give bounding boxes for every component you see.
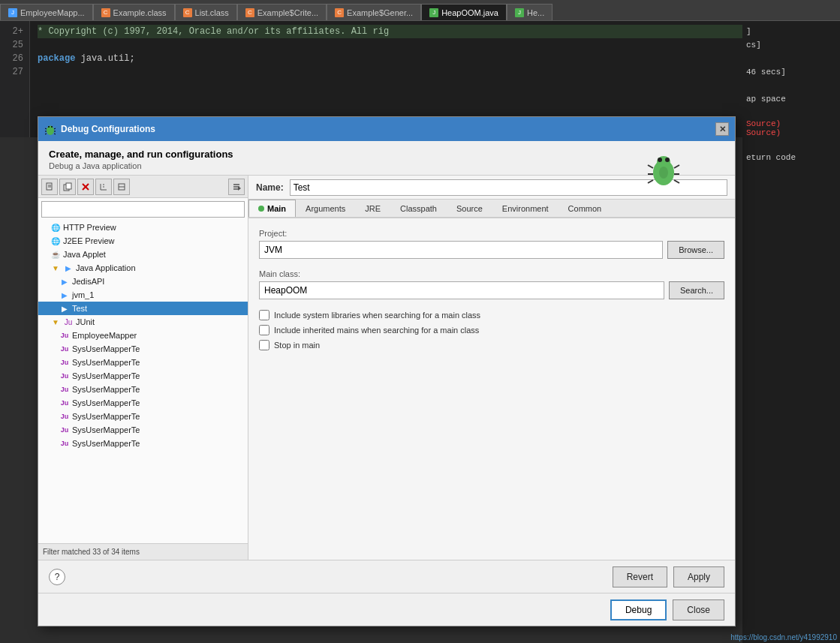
tree-search-input[interactable] <box>41 201 245 218</box>
svg-point-2 <box>48 126 50 128</box>
tree-item-junit[interactable]: ▼ Ju JUnit <box>38 315 248 329</box>
dialog-header-title: Create, manage, and run configurations <box>49 149 724 160</box>
debug-button[interactable]: Debug <box>610 599 667 620</box>
right-console-panel: ] cs] 46 secs] ap space Source) Source) … <box>742 21 840 643</box>
tree-item-sysmapper7[interactable]: Ju SysUserMapperTe <box>38 423 248 437</box>
dialog-header-subtitle: Debug a Java application <box>49 161 724 170</box>
jvm1-icon: ▶ <box>59 290 70 300</box>
main-tab-indicator <box>258 206 264 212</box>
tree-item-sysmapper5[interactable]: Ju SysUserMapperTe <box>38 396 248 410</box>
delete-config-button[interactable] <box>77 179 94 195</box>
stop-in-main-label: Stop in main <box>274 341 320 350</box>
tree-item-j2ee-preview[interactable]: 🌐 J2EE Preview <box>38 234 248 248</box>
tree-item-jvm1[interactable]: ▶ jvm_1 <box>38 288 248 302</box>
new-config-button[interactable] <box>41 179 58 195</box>
tab-example-crite[interactable]: C Example$Crite... <box>237 4 327 20</box>
tab-common[interactable]: Common <box>558 200 612 217</box>
tab-arguments[interactable]: Arguments <box>296 200 355 217</box>
help-button[interactable]: ? <box>49 569 65 585</box>
junit-item-icon-5: Ju <box>59 384 70 395</box>
tab-jre[interactable]: JRE <box>355 200 390 217</box>
dialog-header: Create, manage, and run configurations D… <box>38 141 735 176</box>
tree-filter-status: Filter matched 33 of 34 items <box>38 543 248 560</box>
tab-heapoom-java[interactable]: J HeapOOM.java <box>421 4 507 20</box>
svg-point-20 <box>659 167 668 179</box>
include-inherited-mains-checkbox[interactable] <box>259 325 269 335</box>
tab-classpath[interactable]: Classpath <box>390 200 447 217</box>
debug-configurations-dialog: Debug Configurations ✕ Create, manage, a… <box>38 116 736 626</box>
checkbox-row-1: Include system libraries when searching … <box>259 310 724 320</box>
stop-in-main-checkbox[interactable] <box>259 340 269 350</box>
main-class-section: Main class: Search... <box>259 269 724 299</box>
bug-icon-titlebar <box>44 123 56 135</box>
svg-line-19 <box>674 180 679 183</box>
project-row: Browse... <box>259 241 724 259</box>
checkbox-row-2: Include inherited mains when searching f… <box>259 325 724 335</box>
tree-item-java-applet[interactable]: ☕ Java Applet <box>38 248 248 261</box>
close-button[interactable]: ✕ <box>715 122 729 136</box>
collapse-all-button[interactable] <box>113 179 130 195</box>
java-app-icon: ▶ <box>63 263 74 273</box>
code-line-2 <box>38 38 832 52</box>
junit-item-icon-7: Ju <box>59 411 70 422</box>
tree-item-sysmapper4[interactable]: Ju SysUserMapperTe <box>38 383 248 396</box>
project-input[interactable] <box>259 241 663 259</box>
include-system-libs-label: Include system libraries when searching … <box>274 311 480 320</box>
titlebar-left: Debug Configurations <box>44 123 155 135</box>
tab-environment[interactable]: Environment <box>492 200 558 217</box>
project-label: Project: <box>259 229 724 238</box>
java-applet-icon: ☕ <box>50 249 61 260</box>
config-detail-panel: Name: Main Arguments JRE Classpath <box>248 176 735 560</box>
tab-example-gener[interactable]: C Example$Gener... <box>327 4 421 20</box>
tree-item-jedisapi[interactable]: ▶ JedisAPI <box>38 275 248 288</box>
search-button[interactable]: Search... <box>669 281 724 299</box>
tab-icon-5: C <box>335 8 344 17</box>
tree-item-sysmapper3[interactable]: Ju SysUserMapperTe <box>38 369 248 383</box>
http-preview-icon: 🌐 <box>50 222 61 233</box>
browse-button[interactable]: Browse... <box>667 241 724 259</box>
java-app-expand-icon: ▼ <box>50 263 61 273</box>
svg-line-5 <box>54 128 56 129</box>
tree-item-sysmapper6[interactable]: Ju SysUserMapperTe <box>38 410 248 423</box>
svg-rect-25 <box>66 183 71 189</box>
expand-all-button[interactable] <box>95 179 112 195</box>
tab-main-content: Project: Browse... Main class: Search... <box>248 218 735 560</box>
tab-employeemapper[interactable]: J EmployeeMapp... <box>0 4 93 20</box>
tree-item-sysmapper2[interactable]: Ju SysUserMapperTe <box>38 356 248 369</box>
tree-item-http-preview[interactable]: 🌐 HTTP Preview <box>38 221 248 234</box>
revert-button[interactable]: Revert <box>613 566 667 587</box>
tree-item-sysmapper8[interactable]: Ju SysUserMapperTe <box>38 437 248 450</box>
watermark: https://blog.csdn.net/y41992910 <box>727 632 840 643</box>
apply-button[interactable]: Apply <box>673 566 724 587</box>
code-line-4 <box>38 65 832 79</box>
config-tabs: Main Arguments JRE Classpath Source Envi… <box>248 200 735 218</box>
svg-line-9 <box>54 134 56 134</box>
tab-source[interactable]: Source <box>447 200 492 217</box>
dialog-body: 🌐 HTTP Preview 🌐 J2EE Preview ☕ Java App… <box>38 176 735 560</box>
tab-main[interactable]: Main <box>248 200 296 217</box>
close-dialog-button[interactable]: Close <box>673 599 724 620</box>
tab-example-class[interactable]: C Example.class <box>93 4 175 20</box>
main-class-row: Search... <box>259 281 724 299</box>
tab-list-class[interactable]: C List.class <box>175 4 237 20</box>
svg-line-18 <box>648 180 653 183</box>
duplicate-config-button[interactable] <box>59 179 76 195</box>
checkbox-row-3: Stop in main <box>259 340 724 350</box>
dialog-titlebar: Debug Configurations ✕ <box>38 117 735 141</box>
tab-icon-7: J <box>515 8 524 17</box>
main-class-input[interactable] <box>259 281 664 299</box>
junit-item-icon-3: Ju <box>59 357 70 368</box>
include-system-libs-checkbox[interactable] <box>259 310 269 320</box>
tab-icon-1: J <box>8 8 17 17</box>
tab-he[interactable]: J He... <box>507 4 552 20</box>
tab-icon-4: C <box>245 8 254 17</box>
tab-icon-3: C <box>183 8 192 17</box>
tree-item-employeemapper[interactable]: Ju EmployeeMapper <box>38 329 248 342</box>
code-line-3: package java.util; <box>38 52 832 65</box>
svg-line-4 <box>45 128 47 129</box>
filter-menu-button[interactable] <box>228 179 245 195</box>
tree-item-sysmapper1[interactable]: Ju SysUserMapperTe <box>38 342 248 356</box>
tree-item-java-application[interactable]: ▼ ▶ Java Application <box>38 261 248 275</box>
tree-item-test[interactable]: ▶ Test <box>38 302 248 315</box>
svg-point-12 <box>658 158 662 162</box>
